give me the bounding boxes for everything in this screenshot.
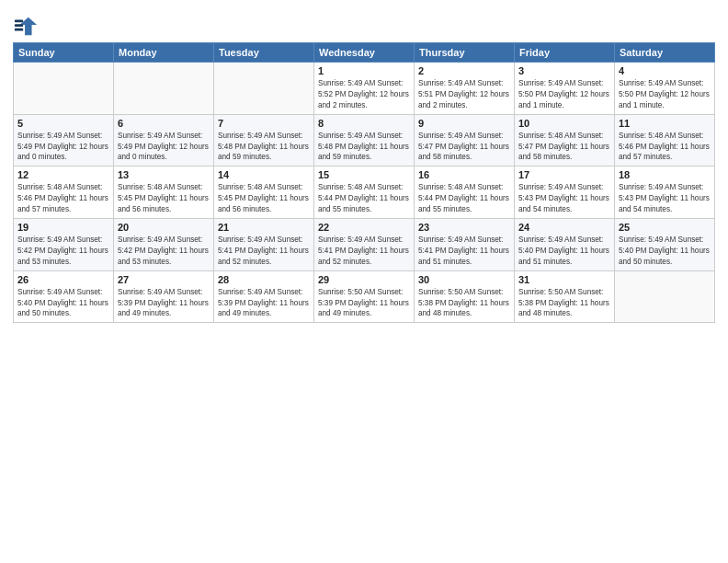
calendar-cell: 29Sunrise: 5:50 AM Sunset: 5:39 PM Dayli…	[314, 270, 415, 323]
calendar-cell: 8Sunrise: 5:49 AM Sunset: 5:48 PM Daylig…	[314, 114, 415, 167]
calendar-cell: 17Sunrise: 5:49 AM Sunset: 5:43 PM Dayli…	[515, 167, 615, 219]
calendar-cell: 2Sunrise: 5:49 AM Sunset: 5:51 PM Daylig…	[415, 63, 515, 115]
day-info: Sunrise: 5:48 AM Sunset: 5:46 PM Dayligh…	[17, 182, 109, 215]
day-number: 21	[218, 222, 310, 233]
calendar-cell: 23Sunrise: 5:49 AM Sunset: 5:41 PM Dayli…	[415, 219, 515, 271]
calendar-week-row: 5Sunrise: 5:49 AM Sunset: 5:49 PM Daylig…	[14, 114, 715, 167]
calendar-cell: 15Sunrise: 5:48 AM Sunset: 5:44 PM Dayli…	[314, 167, 415, 219]
day-info: Sunrise: 5:49 AM Sunset: 5:48 PM Dayligh…	[218, 131, 310, 164]
col-header-monday: Monday	[114, 43, 214, 63]
day-info: Sunrise: 5:50 AM Sunset: 5:38 PM Dayligh…	[418, 287, 510, 320]
calendar-cell: 1Sunrise: 5:49 AM Sunset: 5:52 PM Daylig…	[314, 63, 415, 115]
day-number: 2	[418, 65, 510, 76]
calendar-cell: 7Sunrise: 5:49 AM Sunset: 5:48 PM Daylig…	[214, 114, 314, 167]
day-info: Sunrise: 5:50 AM Sunset: 5:38 PM Dayligh…	[518, 287, 610, 320]
calendar-week-row: 12Sunrise: 5:48 AM Sunset: 5:46 PM Dayli…	[14, 167, 715, 219]
calendar-cell	[14, 63, 114, 115]
calendar-cell: 30Sunrise: 5:50 AM Sunset: 5:38 PM Dayli…	[415, 270, 515, 323]
day-info: Sunrise: 5:49 AM Sunset: 5:51 PM Dayligh…	[418, 78, 510, 111]
svg-rect-3	[15, 24, 23, 27]
day-number: 3	[518, 65, 610, 76]
day-info: Sunrise: 5:48 AM Sunset: 5:46 PM Dayligh…	[619, 131, 711, 164]
day-info: Sunrise: 5:49 AM Sunset: 5:39 PM Dayligh…	[118, 287, 210, 320]
calendar-cell: 22Sunrise: 5:49 AM Sunset: 5:41 PM Dayli…	[314, 219, 415, 271]
day-number: 26	[17, 274, 109, 285]
day-number: 18	[619, 169, 711, 180]
svg-rect-2	[15, 19, 23, 22]
day-info: Sunrise: 5:49 AM Sunset: 5:41 PM Dayligh…	[418, 235, 510, 268]
calendar-cell	[214, 63, 314, 115]
calendar-cell: 31Sunrise: 5:50 AM Sunset: 5:38 PM Dayli…	[515, 270, 615, 323]
header	[13, 9, 715, 39]
day-number: 28	[218, 274, 310, 285]
day-number: 12	[17, 169, 109, 180]
day-info: Sunrise: 5:49 AM Sunset: 5:40 PM Dayligh…	[518, 235, 610, 268]
calendar-cell: 16Sunrise: 5:48 AM Sunset: 5:44 PM Dayli…	[415, 167, 515, 219]
day-info: Sunrise: 5:49 AM Sunset: 5:50 PM Dayligh…	[619, 78, 711, 111]
calendar-cell: 12Sunrise: 5:48 AM Sunset: 5:46 PM Dayli…	[14, 167, 114, 219]
calendar-cell: 20Sunrise: 5:49 AM Sunset: 5:42 PM Dayli…	[114, 219, 214, 271]
calendar-cell: 27Sunrise: 5:49 AM Sunset: 5:39 PM Dayli…	[114, 270, 214, 323]
calendar-cell	[615, 270, 715, 323]
calendar-cell: 13Sunrise: 5:48 AM Sunset: 5:45 PM Dayli…	[114, 167, 214, 219]
day-info: Sunrise: 5:49 AM Sunset: 5:47 PM Dayligh…	[418, 131, 510, 164]
page: SundayMondayTuesdayWednesdayThursdayFrid…	[0, 0, 728, 563]
logo	[13, 13, 40, 39]
calendar-cell: 19Sunrise: 5:49 AM Sunset: 5:42 PM Dayli…	[14, 219, 114, 271]
calendar-cell: 10Sunrise: 5:48 AM Sunset: 5:47 PM Dayli…	[515, 114, 615, 167]
calendar-header-row: SundayMondayTuesdayWednesdayThursdayFrid…	[14, 43, 715, 63]
day-number: 15	[318, 169, 410, 180]
day-info: Sunrise: 5:49 AM Sunset: 5:40 PM Dayligh…	[17, 287, 109, 320]
day-number: 24	[518, 222, 610, 233]
day-info: Sunrise: 5:48 AM Sunset: 5:45 PM Dayligh…	[118, 182, 210, 215]
calendar-cell: 11Sunrise: 5:48 AM Sunset: 5:46 PM Dayli…	[615, 114, 715, 167]
day-number: 7	[218, 118, 310, 129]
day-number: 11	[619, 118, 711, 129]
day-number: 22	[318, 222, 410, 233]
day-info: Sunrise: 5:48 AM Sunset: 5:44 PM Dayligh…	[418, 182, 510, 215]
day-info: Sunrise: 5:49 AM Sunset: 5:49 PM Dayligh…	[17, 131, 109, 164]
day-number: 4	[619, 65, 711, 76]
day-info: Sunrise: 5:48 AM Sunset: 5:47 PM Dayligh…	[518, 131, 610, 164]
calendar-cell: 25Sunrise: 5:49 AM Sunset: 5:40 PM Dayli…	[615, 219, 715, 271]
day-info: Sunrise: 5:49 AM Sunset: 5:42 PM Dayligh…	[17, 235, 109, 268]
day-number: 29	[318, 274, 410, 285]
calendar-cell: 5Sunrise: 5:49 AM Sunset: 5:49 PM Daylig…	[14, 114, 114, 167]
calendar-cell: 24Sunrise: 5:49 AM Sunset: 5:40 PM Dayli…	[515, 219, 615, 271]
day-info: Sunrise: 5:49 AM Sunset: 5:52 PM Dayligh…	[318, 78, 410, 111]
day-number: 25	[619, 222, 711, 233]
calendar-week-row: 1Sunrise: 5:49 AM Sunset: 5:52 PM Daylig…	[14, 63, 715, 115]
day-number: 27	[118, 274, 210, 285]
day-info: Sunrise: 5:49 AM Sunset: 5:48 PM Dayligh…	[318, 131, 410, 164]
calendar-cell: 6Sunrise: 5:49 AM Sunset: 5:49 PM Daylig…	[114, 114, 214, 167]
day-number: 20	[118, 222, 210, 233]
day-info: Sunrise: 5:49 AM Sunset: 5:50 PM Dayligh…	[518, 78, 610, 111]
day-number: 1	[318, 65, 410, 76]
svg-rect-4	[15, 29, 23, 31]
calendar-cell: 26Sunrise: 5:49 AM Sunset: 5:40 PM Dayli…	[14, 270, 114, 323]
day-info: Sunrise: 5:49 AM Sunset: 5:42 PM Dayligh…	[118, 235, 210, 268]
day-number: 10	[518, 118, 610, 129]
day-info: Sunrise: 5:49 AM Sunset: 5:41 PM Dayligh…	[318, 235, 410, 268]
calendar-cell: 3Sunrise: 5:49 AM Sunset: 5:50 PM Daylig…	[515, 63, 615, 115]
calendar-cell: 4Sunrise: 5:49 AM Sunset: 5:50 PM Daylig…	[615, 63, 715, 115]
calendar-cell: 18Sunrise: 5:49 AM Sunset: 5:43 PM Dayli…	[615, 167, 715, 219]
day-number: 8	[318, 118, 410, 129]
col-header-saturday: Saturday	[615, 43, 715, 63]
calendar-cell: 9Sunrise: 5:49 AM Sunset: 5:47 PM Daylig…	[415, 114, 515, 167]
calendar-week-row: 19Sunrise: 5:49 AM Sunset: 5:42 PM Dayli…	[14, 219, 715, 271]
day-number: 14	[218, 169, 310, 180]
calendar-table: SundayMondayTuesdayWednesdayThursdayFrid…	[13, 42, 715, 323]
calendar-cell	[114, 63, 214, 115]
day-number: 9	[418, 118, 510, 129]
day-info: Sunrise: 5:49 AM Sunset: 5:43 PM Dayligh…	[518, 182, 610, 215]
day-number: 23	[418, 222, 510, 233]
calendar-week-row: 26Sunrise: 5:49 AM Sunset: 5:40 PM Dayli…	[14, 270, 715, 323]
day-number: 5	[17, 118, 109, 129]
day-number: 17	[518, 169, 610, 180]
calendar-cell: 28Sunrise: 5:49 AM Sunset: 5:39 PM Dayli…	[214, 270, 314, 323]
day-number: 6	[118, 118, 210, 129]
day-number: 16	[418, 169, 510, 180]
logo-icon	[13, 13, 39, 39]
day-info: Sunrise: 5:49 AM Sunset: 5:39 PM Dayligh…	[218, 287, 310, 320]
